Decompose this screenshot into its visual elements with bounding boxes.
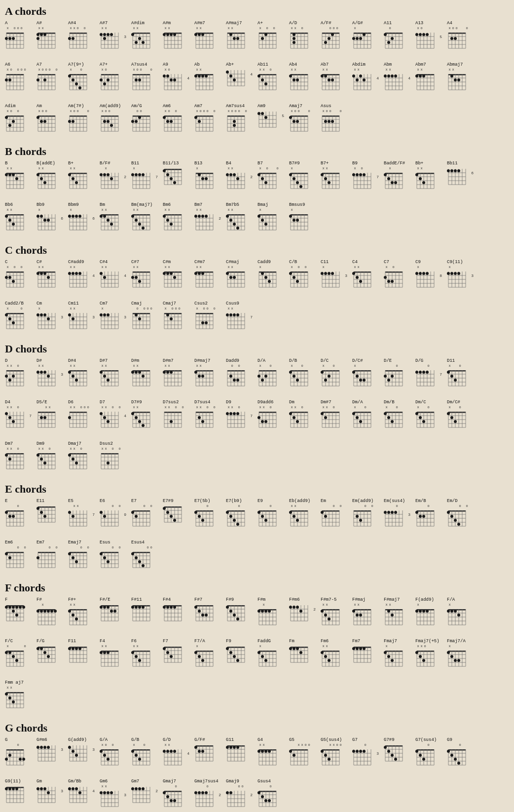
string-indicator xyxy=(304,109,307,113)
svg-point-2349 xyxy=(415,610,418,613)
string-indicator xyxy=(399,504,402,508)
fret-number: 4 xyxy=(376,76,379,80)
string-indicator xyxy=(241,405,244,409)
string-indicator xyxy=(322,504,325,508)
string-indicator xyxy=(241,208,244,212)
string-indicator xyxy=(237,307,241,310)
chord-diagram xyxy=(131,212,157,235)
svg-point-2658 xyxy=(68,746,71,749)
string-indicator: o xyxy=(79,545,83,549)
string-indicator xyxy=(76,265,79,269)
svg-rect-1951 xyxy=(259,510,276,512)
chord-name: G4 xyxy=(257,737,263,742)
svg-rect-1904 xyxy=(164,506,182,508)
string-indicator xyxy=(370,743,374,747)
svg-point-656 xyxy=(72,177,74,180)
string-indicator: x xyxy=(73,26,76,30)
string-indicator: x xyxy=(258,364,262,368)
chord-item: Am(7#)xooo xyxy=(68,104,97,136)
string-indicator xyxy=(167,307,171,310)
string-indicator xyxy=(83,504,86,508)
svg-point-855 xyxy=(12,223,15,226)
string-indicator: o xyxy=(427,364,430,368)
string-indicator: o xyxy=(41,109,44,113)
string-indicator: x xyxy=(167,364,171,368)
chord-item: Bm7xx2 xyxy=(194,202,223,235)
string-indicator: x xyxy=(104,208,108,212)
string-indicator xyxy=(111,265,114,269)
string-indicator: o xyxy=(111,447,114,451)
string-indicator xyxy=(430,68,434,72)
string-indicator: x xyxy=(294,68,297,72)
string-indicator xyxy=(167,784,171,788)
string-indicator xyxy=(83,603,86,607)
string-indicator: x xyxy=(101,784,104,788)
string-indicator xyxy=(114,447,118,451)
string-indicator xyxy=(370,405,374,409)
fret-number: 8 xyxy=(440,273,442,278)
string-indicator xyxy=(423,265,427,269)
svg-point-2140 xyxy=(5,606,8,609)
svg-point-389 xyxy=(328,78,330,81)
chord-grid: BxxB(addE)xxB+xxB/F#x2B11x7B11/13B13xB4x… xyxy=(5,161,509,193)
string-indicator: x xyxy=(448,644,451,648)
chord-diagram xyxy=(289,212,315,235)
svg-point-2147 xyxy=(15,614,18,617)
chord-name: Abm7 xyxy=(415,62,426,67)
string-indicator xyxy=(48,109,51,113)
string-indicator: o xyxy=(420,26,423,30)
svg-rect-964 xyxy=(259,214,276,216)
chord-item: Amaj7xooo xyxy=(289,104,318,136)
string-indicator: o xyxy=(149,504,153,508)
chord-item: A11o xyxy=(384,21,412,53)
svg-point-343 xyxy=(229,75,232,77)
chord-name: C# xyxy=(37,260,42,265)
chord-diagram xyxy=(289,410,315,432)
chord-item: Am6xoo xyxy=(163,104,191,136)
fret-number: 2 xyxy=(313,607,316,612)
string-indicator xyxy=(114,504,118,508)
string-indicator xyxy=(332,644,335,648)
string-indicator xyxy=(455,68,458,72)
chord-item: Abmaj7xx xyxy=(447,62,476,95)
string-indicator: x xyxy=(164,307,167,310)
string-indicator xyxy=(114,109,118,113)
string-indicator: o xyxy=(237,109,241,113)
string-indicator: o xyxy=(16,364,20,368)
string-indicator xyxy=(227,784,230,788)
svg-rect-1890 xyxy=(133,510,150,512)
string-indicator: o xyxy=(237,364,241,368)
svg-point-404 xyxy=(359,75,362,77)
svg-point-1303 xyxy=(170,317,173,320)
string-indicator: x xyxy=(227,265,230,269)
chord-item: BaddE/F#x xyxy=(384,161,412,193)
svg-point-1744 xyxy=(384,412,387,415)
chord-name: C4 xyxy=(352,260,358,265)
chord-diagram xyxy=(321,747,346,770)
svg-point-2165 xyxy=(54,610,57,613)
chord-item: Bm7b5xx xyxy=(226,202,255,235)
chord-item: D5/Exx xyxy=(37,400,65,432)
chord-diagram xyxy=(131,114,157,136)
svg-point-1903 xyxy=(135,515,138,518)
string-indicator xyxy=(178,265,181,269)
string-indicator xyxy=(23,265,27,269)
string-indicator: o xyxy=(199,109,202,113)
string-indicator xyxy=(83,545,86,549)
string-indicator xyxy=(364,364,367,368)
svg-rect-1499 xyxy=(354,370,371,372)
string-indicator: o xyxy=(458,743,462,747)
string-indicator xyxy=(329,603,332,607)
string-indicator xyxy=(462,603,465,607)
fret-number: 7 xyxy=(250,414,253,418)
svg-point-267 xyxy=(68,75,71,77)
string-indicator: x xyxy=(290,68,294,72)
svg-point-2124 xyxy=(131,552,134,555)
string-indicator: o xyxy=(136,68,139,72)
string-indicator: x xyxy=(101,68,104,72)
svg-point-1687 xyxy=(264,420,267,423)
string-indicator xyxy=(23,686,27,690)
string-indicator xyxy=(451,405,455,409)
svg-point-2196 xyxy=(110,610,113,613)
svg-point-2144 xyxy=(19,606,22,609)
